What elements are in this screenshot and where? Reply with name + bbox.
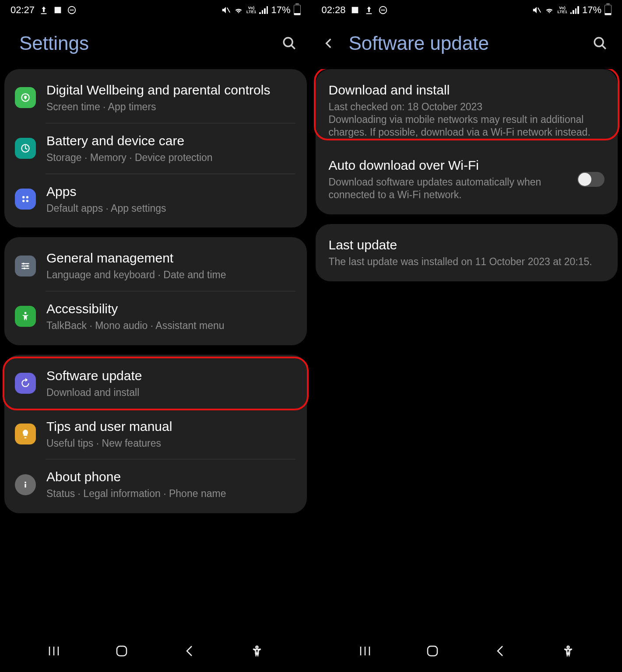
update-icon (15, 373, 36, 394)
software-update-screen: 02:28 Vo)LTE1 17% Software update (311, 0, 622, 672)
battery-icon (294, 5, 301, 15)
back-button[interactable] (321, 35, 337, 51)
svg-line-4 (291, 45, 295, 49)
page-title: Settings (19, 32, 89, 54)
image-icon (350, 5, 360, 15)
settings-item-software-update[interactable]: Software update Download and install (4, 358, 307, 409)
svg-point-15 (26, 265, 28, 266)
settings-item-battery-care[interactable]: Battery and device care Storage · Memory… (4, 123, 307, 174)
settings-item-apps[interactable]: Apps Default apps · App settings (4, 174, 307, 224)
back-button[interactable] (492, 642, 509, 660)
recents-button[interactable] (45, 642, 63, 660)
back-button[interactable] (181, 642, 198, 660)
settings-item-title: Battery and device care (46, 133, 296, 149)
settings-list: Digital Wellbeing and parental controls … (0, 69, 311, 632)
accessibility-icon (15, 306, 36, 327)
settings-item-title: Apps (46, 184, 296, 200)
system-nav-bar (0, 632, 311, 672)
status-bar: 02:28 Vo)LTE1 17% (311, 0, 622, 18)
settings-item-sub: Useful tips · New features (46, 437, 296, 450)
auto-download-toggle[interactable] (577, 172, 604, 187)
settings-item-general-management[interactable]: General management Language and keyboard… (4, 241, 307, 291)
status-time: 02:28 (322, 4, 346, 16)
svg-point-34 (567, 646, 569, 648)
battery-text: 17% (582, 4, 601, 16)
info-icon (15, 474, 36, 495)
mute-icon (532, 5, 541, 15)
settings-item-sub: Default apps · App settings (46, 202, 296, 215)
settings-item-digital-wellbeing[interactable]: Digital Wellbeing and parental controls … (4, 73, 307, 123)
settings-group: Digital Wellbeing and parental controls … (4, 69, 307, 228)
svg-point-28 (594, 38, 603, 46)
settings-item-tips[interactable]: Tips and user manual Useful tips · New f… (4, 409, 307, 459)
update-options-card: Download and install Last checked on: 18… (316, 69, 618, 214)
device-care-icon (15, 138, 36, 159)
battery-text: 17% (271, 4, 290, 16)
settings-item-title: Digital Wellbeing and parental controls (46, 82, 296, 98)
dnd-icon (378, 5, 388, 15)
row-title: Auto download over Wi-Fi (329, 158, 560, 173)
settings-screen: 02:27 Vo)LTE1 17% Settings (0, 0, 311, 672)
recents-button[interactable] (356, 642, 374, 660)
auto-download-wifi[interactable]: Auto download over Wi-Fi Download softwa… (316, 148, 618, 211)
settings-item-title: Tips and user manual (46, 419, 296, 434)
tips-icon (15, 424, 36, 444)
row-title: Last update (329, 237, 605, 253)
search-button[interactable] (281, 35, 298, 52)
svg-line-27 (538, 8, 541, 13)
settings-item-title: About phone (46, 469, 296, 485)
page-title: Software update (349, 32, 489, 54)
wifi-icon (545, 5, 554, 15)
accessibility-nav-button[interactable] (248, 642, 266, 660)
sliders-icon (15, 256, 36, 276)
row-sub: The last update was installed on 11 Octo… (329, 256, 605, 268)
svg-point-14 (23, 262, 25, 264)
svg-point-10 (26, 200, 28, 202)
settings-item-sub: Download and install (46, 386, 296, 399)
settings-item-sub: Status · Legal information · Phone name (46, 487, 296, 500)
svg-point-17 (25, 312, 27, 314)
svg-point-3 (284, 38, 292, 46)
mute-icon (221, 5, 231, 15)
settings-item-about-phone[interactable]: About phone Status · Legal information ·… (4, 459, 307, 510)
upload-icon (39, 5, 49, 15)
svg-rect-26 (381, 10, 385, 10)
svg-point-18 (25, 481, 26, 483)
system-nav-bar (311, 632, 622, 672)
volte-icon: Vo)LTE1 (246, 6, 257, 14)
settings-item-sub: TalkBack · Mono audio · Assistant menu (46, 319, 296, 332)
home-button[interactable] (424, 642, 441, 660)
upload-icon (364, 5, 374, 15)
home-button[interactable] (113, 642, 130, 660)
wifi-icon (234, 5, 243, 15)
svg-rect-23 (117, 646, 127, 656)
svg-point-24 (256, 646, 258, 648)
settings-item-sub: Storage · Memory · Device protection (46, 151, 296, 164)
svg-rect-33 (428, 646, 437, 656)
battery-icon (604, 5, 611, 15)
accessibility-nav-button[interactable] (559, 642, 577, 660)
settings-group: Software update Download and install Tip… (4, 355, 307, 513)
status-time: 02:27 (11, 4, 35, 16)
software-update-header: Software update (311, 18, 622, 69)
wellbeing-icon (15, 87, 36, 108)
settings-item-sub: Screen time · App timers (46, 101, 296, 113)
search-button[interactable] (591, 35, 609, 52)
svg-rect-19 (25, 483, 26, 487)
settings-item-title: Accessibility (46, 301, 296, 317)
svg-point-7 (22, 196, 25, 198)
settings-item-title: General management (46, 250, 296, 266)
row-title: Download and install (329, 82, 605, 98)
svg-rect-1 (70, 10, 74, 10)
image-icon (53, 5, 63, 15)
last-update-row[interactable]: Last update The last update was installe… (316, 228, 618, 278)
status-bar: 02:27 Vo)LTE1 17% (0, 0, 311, 18)
row-sub: Last checked on: 18 October 2023 Downloa… (329, 101, 605, 138)
svg-point-16 (24, 267, 25, 269)
apps-icon (15, 189, 36, 210)
dnd-icon (67, 5, 77, 15)
row-sub: Download software updates automatically … (329, 176, 560, 201)
svg-point-9 (22, 200, 25, 202)
download-and-install[interactable]: Download and install Last checked on: 18… (316, 73, 618, 148)
settings-item-accessibility[interactable]: Accessibility TalkBack · Mono audio · As… (4, 291, 307, 342)
